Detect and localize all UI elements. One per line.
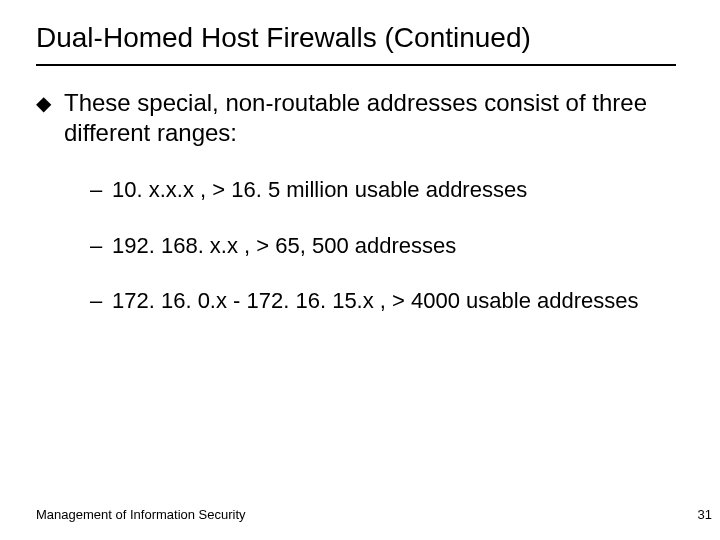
bullet-item-intro: ◆ These special, non-routable addresses … — [36, 88, 684, 148]
dash-bullet-icon: – — [90, 287, 112, 315]
range-text-3: 172. 16. 0.x - 172. 16. 15.x , > 4000 us… — [112, 287, 684, 315]
footer-text: Management of Information Security — [36, 507, 246, 522]
title-underline — [36, 64, 676, 66]
slide-title: Dual-Homed Host Firewalls (Continued) — [36, 22, 684, 54]
intro-text: These special, non-routable addresses co… — [64, 88, 684, 148]
slide-body: ◆ These special, non-routable addresses … — [36, 88, 684, 315]
sub-bullet-item: – 192. 168. x.x , > 65, 500 addresses — [90, 232, 684, 260]
diamond-bullet-icon: ◆ — [36, 88, 64, 148]
page-number: 31 — [698, 507, 712, 522]
sub-bullet-item: – 172. 16. 0.x - 172. 16. 15.x , > 4000 … — [90, 287, 684, 315]
range-text-1: 10. x.x.x , > 16. 5 million usable addre… — [112, 176, 684, 204]
dash-bullet-icon: – — [90, 176, 112, 204]
dash-bullet-icon: – — [90, 232, 112, 260]
sub-bullet-item: – 10. x.x.x , > 16. 5 million usable add… — [90, 176, 684, 204]
range-text-2: 192. 168. x.x , > 65, 500 addresses — [112, 232, 684, 260]
slide: Dual-Homed Host Firewalls (Continued) ◆ … — [0, 0, 720, 540]
